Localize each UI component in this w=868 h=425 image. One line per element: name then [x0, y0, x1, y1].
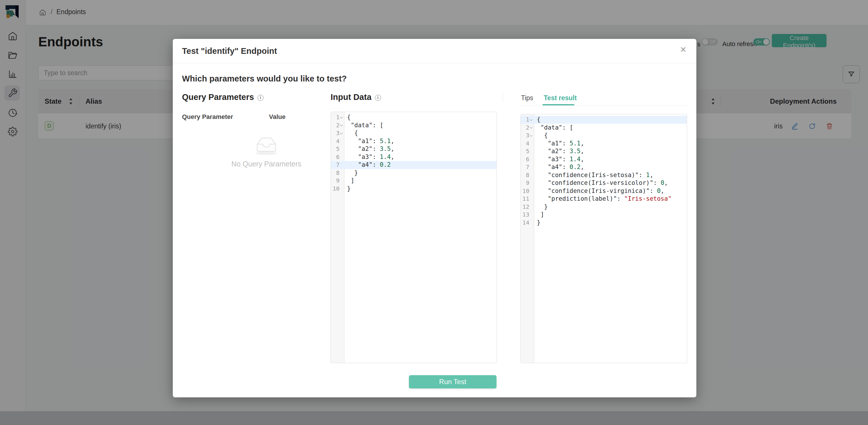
editor-line[interactable]: 11 "prediction(label)": "Iris-setosa" [521, 195, 687, 203]
editor-line[interactable]: 13 ] [521, 211, 687, 219]
editor-line[interactable]: 12 } [521, 203, 687, 211]
query-parameter-column-label: Query Parameter [182, 113, 233, 121]
test-endpoint-modal: Test "identify" Endpoint ✕ Which paramet… [173, 39, 696, 397]
active-tab-underline [542, 104, 574, 105]
query-parameters-heading: Query Parameters i [182, 92, 264, 102]
editor-line[interactable]: 6 "a3": 1.4, [521, 156, 687, 164]
fold-chevron-icon[interactable] [529, 134, 533, 137]
fold-chevron-icon[interactable] [340, 124, 343, 127]
input-data-heading: Input Data i [331, 92, 381, 102]
fold-chevron-icon[interactable] [529, 126, 533, 129]
editor-line[interactable]: 3 { [331, 129, 496, 137]
editor-line[interactable]: 10} [331, 185, 496, 193]
query-parameters-heading-text: Query Parameters [182, 92, 254, 102]
editor-line[interactable]: 3 { [521, 132, 687, 140]
editor-line[interactable]: 2 "data": [ [521, 124, 687, 132]
fold-chevron-icon[interactable] [340, 116, 343, 119]
editor-line[interactable]: 7 "a4": 0.2 [331, 161, 496, 169]
editor-line[interactable]: 6 "a3": 1.4, [331, 153, 496, 161]
empty-state-text: No Query Parameters [200, 160, 333, 168]
info-icon[interactable]: i [375, 95, 381, 101]
editor-line[interactable]: 1{ [331, 113, 496, 122]
editor-line[interactable]: 9 ] [331, 177, 496, 185]
editor-line[interactable]: 1{ [521, 116, 687, 124]
modal-title: Test "identify" Endpoint [182, 46, 277, 56]
editor-line[interactable]: 5 "a2": 3.5, [521, 148, 687, 156]
modal-title-divider [173, 63, 696, 63]
tab-test-result[interactable]: Test result [544, 94, 577, 102]
editor-line[interactable]: 2 "data": [ [331, 122, 496, 130]
info-icon[interactable]: i [257, 95, 264, 101]
input-data-heading-text: Input Data [331, 92, 372, 102]
editor-line[interactable]: 8 } [331, 169, 496, 177]
run-test-button[interactable]: Run Test [409, 375, 496, 388]
section-divider [503, 93, 503, 102]
editor-line[interactable]: 8 "confidence(Iris-setosa)": 1, [521, 171, 687, 179]
close-icon[interactable]: ✕ [680, 46, 687, 54]
empty-tray-icon [253, 134, 280, 156]
empty-state: No Query Parameters [200, 134, 333, 168]
tab-tips[interactable]: Tips [521, 94, 533, 102]
editor-line[interactable]: 9 "confidence(Iris-versicolor)": 0, [521, 179, 687, 187]
input-data-editor[interactable]: 1{2 "data": [3 {4 "a1": 5.1,5 "a2": 3.5,… [331, 112, 497, 363]
modal-question: Which parameters would you like to test? [182, 74, 347, 84]
editor-line[interactable]: 5 "a2": 3.5, [331, 145, 496, 153]
test-result-editor: 1{2 "data": [3 {4 "a1": 5.1,5 "a2": 3.5,… [520, 114, 687, 363]
editor-line[interactable]: 14} [521, 219, 687, 227]
editor-line[interactable]: 4 "a1": 5.1, [521, 140, 687, 148]
editor-line[interactable]: 10 "confidence(Iris-virginica)": 0, [521, 187, 687, 195]
editor-line[interactable]: 7 "a4": 0.2, [521, 163, 687, 171]
fold-chevron-icon[interactable] [340, 132, 343, 135]
value-column-label: Value [269, 113, 285, 121]
fold-chevron-icon[interactable] [529, 118, 533, 121]
editor-line[interactable]: 4 "a1": 5.1, [331, 137, 496, 145]
